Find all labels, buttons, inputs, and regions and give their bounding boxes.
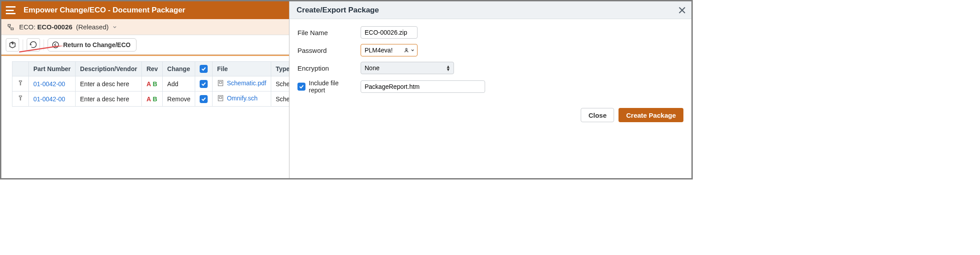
modal-title: Create/Export Package bbox=[297, 6, 379, 15]
cell-change: Add bbox=[163, 76, 195, 92]
cell-desc: Enter a desc here bbox=[76, 92, 142, 107]
app-header: Empower Change/ECO - Document Packager bbox=[1, 1, 289, 19]
part-link[interactable]: 01-0042-00 bbox=[33, 80, 65, 88]
col-file[interactable]: File bbox=[213, 62, 271, 76]
col-part[interactable]: Part Number bbox=[29, 62, 76, 76]
create-package-button[interactable]: Create Package bbox=[619, 108, 683, 122]
report-filename-field[interactable] bbox=[361, 80, 485, 93]
toolbar-separator bbox=[44, 40, 44, 50]
col-rev[interactable]: Rev bbox=[142, 62, 163, 76]
cell-desc: Enter a desc here bbox=[76, 76, 142, 92]
svg-rect-1 bbox=[11, 28, 13, 30]
svg-rect-4 bbox=[220, 82, 222, 84]
include-report-label: Include file report bbox=[309, 80, 355, 94]
return-button-label: Return to Change/ECO bbox=[63, 41, 131, 48]
row-checkbox[interactable] bbox=[200, 95, 208, 103]
file-icon bbox=[217, 80, 224, 87]
file-link[interactable]: Omnify.sch bbox=[217, 95, 257, 102]
svg-point-2 bbox=[52, 42, 59, 48]
cell-rev: A B bbox=[142, 76, 163, 92]
tree-icon bbox=[7, 24, 15, 31]
include-report-checkbox[interactable] bbox=[297, 83, 305, 91]
chevron-down-icon[interactable] bbox=[112, 24, 117, 30]
svg-point-9 bbox=[406, 48, 407, 50]
eco-prefix: ECO: bbox=[19, 23, 36, 31]
close-icon[interactable] bbox=[677, 5, 687, 15]
col-change[interactable]: Change bbox=[163, 62, 195, 76]
refresh-button[interactable] bbox=[27, 38, 40, 52]
return-button[interactable]: Return to Change/ECO bbox=[48, 38, 137, 52]
cell-rev: A B bbox=[142, 92, 163, 107]
cell-change: Remove bbox=[163, 92, 195, 107]
part-link[interactable]: 01-0042-00 bbox=[33, 96, 65, 103]
eco-number: ECO-00026 bbox=[37, 23, 72, 31]
menu-icon[interactable] bbox=[6, 6, 16, 14]
col-icon bbox=[12, 62, 29, 76]
package-button[interactable] bbox=[6, 38, 19, 52]
checkbox-icon[interactable] bbox=[200, 65, 208, 73]
screw-icon bbox=[17, 80, 24, 87]
screw-icon bbox=[17, 95, 24, 102]
password-autofill-icon[interactable] bbox=[403, 47, 415, 53]
row-type-icon bbox=[12, 92, 29, 107]
page-title: Empower Change/ECO - Document Packager bbox=[24, 6, 185, 15]
eco-status: (Released) bbox=[76, 23, 108, 31]
file-icon bbox=[217, 95, 224, 102]
row-type-icon bbox=[12, 76, 29, 92]
modal-create-package: Create/Export Package File Name Password… bbox=[289, 1, 691, 178]
filename-field[interactable] bbox=[361, 26, 418, 39]
col-select-all[interactable] bbox=[195, 62, 213, 76]
svg-rect-0 bbox=[8, 24, 10, 26]
close-button[interactable]: Close bbox=[581, 108, 614, 122]
row-checkbox[interactable] bbox=[200, 80, 208, 88]
table-row: 01-0042-00 Enter a desc here A B Remove … bbox=[12, 92, 324, 107]
password-label: Password bbox=[297, 47, 355, 54]
toolbar: Return to Change/ECO bbox=[1, 35, 289, 55]
encryption-select[interactable]: None bbox=[361, 62, 454, 74]
svg-rect-6 bbox=[220, 97, 222, 99]
table-row: 01-0042-00 Enter a desc here A B Add Sch… bbox=[12, 76, 324, 92]
documents-table: Part Number Description/Vendor Rev Chang… bbox=[12, 61, 324, 107]
filename-label: File Name bbox=[297, 29, 355, 36]
encryption-label: Encryption bbox=[297, 64, 355, 72]
file-link[interactable]: Schematic.pdf bbox=[217, 80, 266, 87]
col-desc[interactable]: Description/Vendor bbox=[76, 62, 142, 76]
eco-bar: ECO: ECO-00026 (Released) bbox=[1, 19, 289, 35]
toolbar-separator bbox=[23, 40, 23, 50]
